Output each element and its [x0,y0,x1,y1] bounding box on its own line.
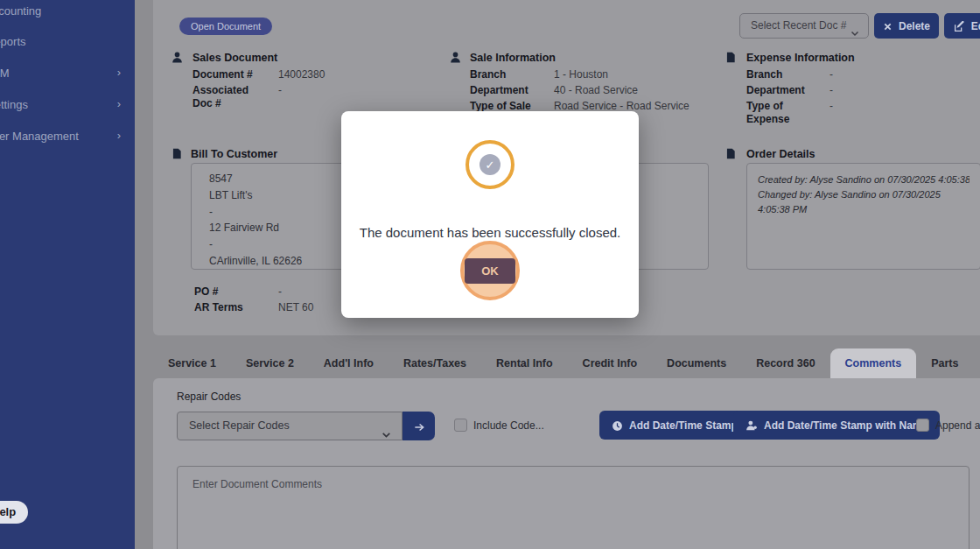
chevron-right-icon: › [117,66,121,79]
document-number-value: 14002380 [278,68,325,81]
check-icon: ✓ [480,154,500,175]
expense-department-label: Department [746,84,805,97]
repair-codes-select[interactable]: Select Repair Codes [177,412,402,440]
append-at-top-checkbox[interactable] [916,419,929,432]
document-comments-textarea[interactable] [177,466,970,549]
chevron-right-icon: › [117,97,121,110]
apply-repair-code-button[interactable] [402,412,435,440]
select-recent-doc-label: Select Recent Doc # [751,19,846,32]
sidebar-item-settings[interactable]: Settings› [0,98,135,112]
sidebar-item-label: Reports [0,35,26,48]
select-recent-doc-dropdown[interactable]: Select Recent Doc # [739,13,869,39]
tab-service-1[interactable]: Service 1 [153,348,231,378]
sale-information-title: Sale Information [470,52,556,64]
success-modal: ✓ The document has been successfully clo… [341,111,639,318]
tab-service-2[interactable]: Service 2 [231,348,309,378]
document-icon [724,51,738,64]
branch-value: 1 - Houston [554,68,608,81]
created-by-text: Created by: Alyse Sandino on 07/30/2025 … [758,172,970,187]
repair-codes-select-placeholder: Select Repair Codes [189,419,290,432]
sidebar-item-label: Accounting [0,4,41,18]
append-at-top-label: Append at Top [935,419,980,432]
tab-parts[interactable]: Parts [916,348,973,378]
expense-department-value: - [830,84,833,96]
sidebar-item-label: CRM [0,67,10,80]
document-icon [724,147,738,160]
tab-record-360[interactable]: Record 360 [741,348,830,378]
branch-label: Branch [470,68,506,81]
tab-documents[interactable]: Documents [652,348,741,378]
associated-doc-label: Associated Doc # [192,84,268,110]
add-datetime-stamp-label: Add Date/Time Stamp [629,419,738,432]
department-value: 40 - Road Service [554,84,638,96]
modal-message: The document has been successfully close… [341,225,639,240]
type-of-expense-label: Type of Expense [746,100,801,126]
sidebar-item-accounting[interactable]: Accounting [0,4,135,18]
add-datetime-stamp-button[interactable]: Add Date/Time Stamp [599,411,750,440]
ar-terms-label: AR Terms [194,301,243,314]
repair-codes-label: Repair Codes [177,391,241,403]
tab-rates-taxes[interactable]: Rates/Taxes [388,348,481,378]
sidebar-item-crm[interactable]: CRM› [0,67,135,81]
chevron-right-icon: › [117,129,121,142]
include-code-label: Include Code... [473,419,544,432]
edit-button[interactable]: Edit [944,13,980,39]
type-of-expense-value: - [830,100,833,112]
sidebar-item-reports[interactable]: Reports [0,35,135,49]
sidebar-item-user-management[interactable]: User Management› [0,130,135,144]
bill-to-customer-title: Bill To Customer [191,148,277,160]
help-button[interactable]: Help [0,501,28,524]
type-of-sale-value: Road Service - Road Service [554,100,690,112]
tab-comments[interactable]: Comments [830,348,917,378]
edit-button-label: Edit [971,20,980,32]
tab-rental-info[interactable]: Rental Info [481,348,568,378]
document-tabs: Service 1 Service 2 Add'l Info Rates/Tax… [153,348,980,378]
person-plus-icon [746,419,758,432]
tab-labor[interactable]: Labor [973,348,980,378]
add-datetime-stamp-with-name-label: Add Date/Time Stamp with Name [764,419,928,432]
ok-button[interactable]: OK [465,258,515,284]
expense-branch-label: Branch [746,68,782,81]
associated-doc-value: - [278,84,282,96]
open-document-button[interactable]: Open Document [179,18,272,35]
person-icon [171,51,184,64]
success-ring-icon: ✓ [466,140,514,189]
document-icon [171,147,184,160]
tab-addl-info[interactable]: Add'l Info [309,348,388,378]
changed-by-text: Changed by: Alyse Sandino on 07/30/2025 … [758,187,970,217]
order-details-title: Order Details [746,148,816,160]
tab-credit-info[interactable]: Credit Info [568,348,653,378]
chevron-down-icon [381,421,392,448]
app-root: { "sidebar": { "items": [ { "label": "Ac… [0,0,980,549]
po-number-label: PO # [194,285,218,299]
sales-document-title: Sales Document [192,52,277,64]
add-datetime-stamp-with-name-button[interactable]: Add Date/Time Stamp with Name [733,411,940,440]
ar-terms-value: NET 60 [278,301,313,313]
comments-panel: Repair Codes Select Repair Codes Include… [153,378,980,549]
sidebar: Accounting Reports CRM› Settings› User M… [0,0,135,549]
expense-information-title: Expense Information [746,52,855,64]
clock-icon [612,419,623,431]
delete-button-label: Delete [899,20,930,32]
include-code-checkbox[interactable] [454,419,467,432]
pencil-icon [954,19,965,32]
department-label: Department [470,84,528,97]
order-details-box: Created by: Alyse Sandino on 07/30/2025 … [746,163,980,270]
sidebar-item-label: User Management [0,130,79,143]
x-icon [883,20,892,32]
document-number-label: Document # [192,68,253,81]
po-number-value: - [278,285,282,298]
expense-branch-value: - [830,68,833,81]
sidebar-item-label: Settings [0,98,28,111]
delete-button[interactable]: Delete [874,13,939,39]
chevron-down-icon [850,21,860,45]
arrow-right-icon [413,419,425,433]
person-icon [449,51,462,64]
